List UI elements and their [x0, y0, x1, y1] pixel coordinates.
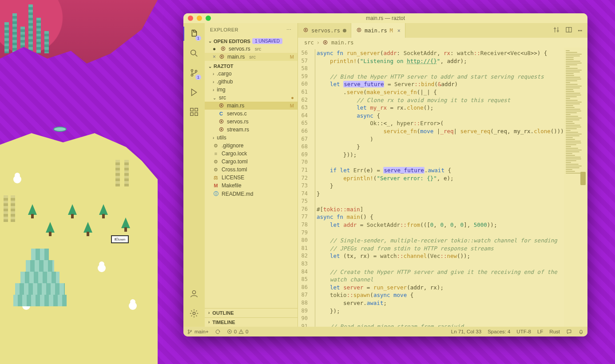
code-line[interactable]: }: [317, 143, 564, 151]
line-number[interactable]: 77: [298, 213, 308, 221]
activity-run-debug[interactable]: [188, 86, 200, 99]
line-number[interactable]: 88: [298, 299, 308, 307]
close-icon[interactable]: ×: [397, 28, 401, 34]
status-problems[interactable]: 0 0: [227, 329, 249, 334]
code-line[interactable]: watch channel: [317, 276, 564, 284]
minimize-window-button[interactable]: [197, 16, 202, 21]
line-number[interactable]: 63: [298, 104, 308, 112]
status-notifications[interactable]: [578, 329, 584, 335]
line-number[interactable]: 67: [298, 135, 308, 143]
breadcrumb[interactable]: src › ⦿ main.rs: [298, 38, 587, 47]
line-number[interactable]: 89: [298, 307, 308, 315]
line-number[interactable]: 91: [298, 323, 308, 327]
breadcrumb-item[interactable]: src: [304, 40, 314, 46]
code-line[interactable]: async {: [317, 112, 564, 120]
activity-accounts[interactable]: [188, 288, 200, 300]
line-number[interactable]: 87: [298, 291, 308, 299]
status-cursor-position[interactable]: Ln 71, Col 33: [451, 329, 481, 334]
code-line[interactable]: #[tokio::main]: [317, 206, 564, 214]
line-number-gutter[interactable]: 5657585960616263646566676869707172737475…: [298, 47, 312, 327]
line-number[interactable]: 71: [298, 166, 308, 174]
line-number[interactable]: 59: [298, 73, 308, 81]
line-number[interactable]: 57: [298, 57, 308, 65]
status-language[interactable]: Rust: [549, 329, 560, 334]
line-number[interactable]: 68: [298, 143, 308, 151]
code-line[interactable]: [317, 229, 564, 237]
line-number[interactable]: 79: [298, 229, 308, 237]
code-line[interactable]: // Single-sender, multiple-receiver toki…: [317, 237, 564, 245]
code-line[interactable]: async fn run_server(addr: SocketAddr, rx…: [317, 49, 564, 57]
code-line[interactable]: // Read piped mjpeg stream from raspivid: [317, 323, 564, 327]
code-line[interactable]: // Bind the Hyper HTTP server to addr an…: [317, 73, 564, 81]
fullscreen-window-button[interactable]: [206, 16, 211, 21]
code-line[interactable]: Ok::<_, hyper::Error>(: [317, 119, 564, 127]
line-number[interactable]: 76: [298, 206, 308, 214]
close-icon[interactable]: ×: [213, 54, 216, 60]
line-number[interactable]: 62: [298, 96, 308, 104]
status-feedback[interactable]: [566, 329, 572, 335]
status-sync[interactable]: [215, 329, 221, 335]
code-line[interactable]: let (tx, rx) = watch::channel(Vec::new()…: [317, 252, 564, 260]
sidebar-more-button[interactable]: ⋯: [286, 27, 292, 33]
overview-ruler[interactable]: [580, 47, 587, 327]
project-root-header[interactable]: ⌄ RAZTOT: [205, 63, 298, 70]
code-line[interactable]: let my_rx = rx.clone();: [317, 104, 564, 112]
status-branch[interactable]: main+: [187, 329, 209, 335]
editor-more-button[interactable]: ⋯: [578, 26, 582, 35]
code-line[interactable]: server.await;: [317, 299, 564, 307]
line-number[interactable]: 90: [298, 315, 308, 323]
code-line[interactable]: async fn main() {: [317, 213, 564, 221]
code-line[interactable]: }));: [317, 151, 564, 159]
code-line[interactable]: .serve(make_service_fn(|_| {: [317, 88, 564, 96]
line-number[interactable]: 85: [298, 276, 308, 284]
file-row[interactable]: ⚖LICENSE: [205, 174, 298, 182]
line-number[interactable]: 82: [298, 252, 308, 260]
activity-extensions[interactable]: [188, 106, 200, 118]
line-number[interactable]: 56: [298, 49, 308, 57]
code-line[interactable]: if let Err(e) = serve_future.await {: [317, 166, 564, 174]
line-number[interactable]: 58: [298, 65, 308, 73]
folder-row[interactable]: ⌄src●: [205, 94, 298, 102]
line-number[interactable]: 78: [298, 221, 308, 229]
line-number[interactable]: 75: [298, 198, 308, 206]
code-line[interactable]: [317, 158, 564, 166]
code-line[interactable]: let serve_future = Server::bind(&addr): [317, 80, 564, 88]
code-line[interactable]: eprintln!("Server error: {}", e);: [317, 174, 564, 182]
breadcrumb-item[interactable]: main.rs: [331, 40, 354, 46]
file-row[interactable]: MMakefile: [205, 182, 298, 190]
code-line[interactable]: // Create the Hyper HTTP server and give…: [317, 268, 564, 276]
line-number[interactable]: 69: [298, 151, 308, 159]
code-line[interactable]: [317, 198, 564, 206]
code-line[interactable]: // JPEGs read from stdin to HTTP respons…: [317, 245, 564, 253]
code-line[interactable]: [317, 315, 564, 323]
code-line[interactable]: let addr = SocketAddr::from(([0, 0, 0, 0…: [317, 221, 564, 229]
file-row[interactable]: ⚙Cross.toml: [205, 166, 298, 174]
file-row[interactable]: ⦿stream.rs: [205, 126, 298, 134]
fold-gutter[interactable]: [312, 47, 317, 327]
code-line[interactable]: tokio::spawn(async move {: [317, 291, 564, 299]
code-line[interactable]: [317, 260, 564, 268]
file-row[interactable]: Cservos.c: [205, 110, 298, 118]
editor-tab[interactable]: ⦿servos.rs: [298, 23, 351, 38]
open-editor-item[interactable]: ●⦿servos.rssrc: [205, 45, 298, 53]
split-editor-button[interactable]: [565, 26, 572, 35]
line-number[interactable]: 72: [298, 174, 308, 182]
sidebar-section-timeline[interactable]: ›TIMELINE: [205, 317, 298, 327]
activity-settings[interactable]: [188, 307, 200, 320]
code-content[interactable]: async fn run_server(addr: SocketAddr, rx…: [317, 47, 564, 327]
open-editor-item[interactable]: ×⦿main.rssrcM: [205, 53, 298, 61]
code-line[interactable]: // Clone rx to avoid moving it to this r…: [317, 96, 564, 104]
code-line[interactable]: }: [317, 182, 564, 190]
line-number[interactable]: 66: [298, 127, 308, 135]
file-row[interactable]: ⚙.gitignore: [205, 142, 298, 150]
open-editors-header[interactable]: ⌄ OPEN EDITORS 1 UNSAVED: [205, 37, 298, 45]
file-row[interactable]: ⦿main.rsM: [205, 102, 298, 110]
status-encoding[interactable]: UTF-8: [516, 329, 531, 334]
line-number[interactable]: 83: [298, 260, 308, 268]
code-line[interactable]: });: [317, 307, 564, 315]
line-number[interactable]: 65: [298, 119, 308, 127]
folder-row[interactable]: ›.github: [205, 78, 298, 86]
folder-row[interactable]: ›utils: [205, 134, 298, 142]
line-number[interactable]: 81: [298, 245, 308, 253]
status-eol[interactable]: LF: [537, 329, 543, 334]
